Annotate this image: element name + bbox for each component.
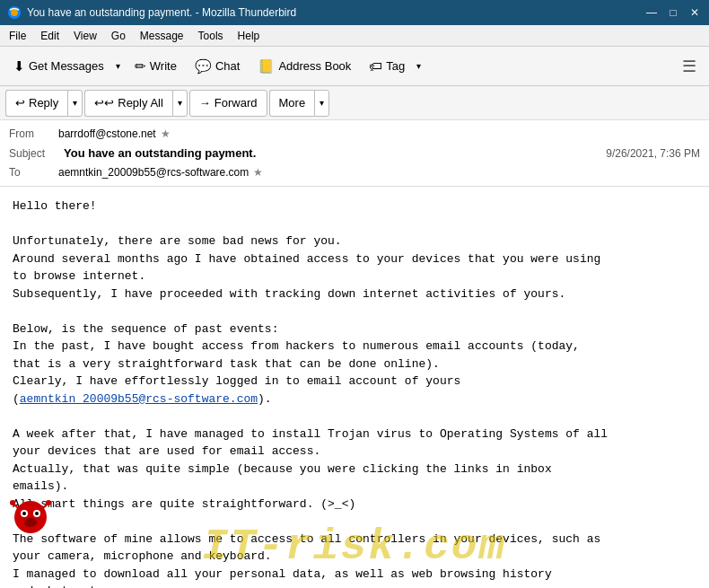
get-messages-group: ⬇ Get Messages ▾ — [5, 52, 125, 81]
get-messages-dropdown[interactable]: ▾ — [111, 52, 125, 81]
action-bar: ↩ Reply ▾ ↩↩ Reply All ▾ → Forward More … — [0, 86, 709, 120]
address-book-icon: 📒 — [258, 58, 275, 75]
more-dropdown[interactable]: ▾ — [314, 90, 329, 117]
more-group: More ▾ — [269, 90, 330, 117]
to-star-icon[interactable]: ★ — [253, 166, 263, 179]
more-label: More — [279, 96, 306, 110]
reply-label: Reply — [29, 96, 58, 110]
address-book-label: Address Book — [278, 59, 351, 73]
reply-all-icon: ↩↩ — [94, 96, 114, 110]
body-p1: Unfortunately, there are some bad news f… — [13, 233, 696, 303]
menu-go[interactable]: Go — [106, 28, 131, 44]
subject-label: Subject — [9, 147, 58, 160]
forward-label: Forward — [214, 96, 258, 110]
to-label: To — [9, 166, 58, 179]
menu-bar: File Edit View Go Message Tools Help — [0, 25, 709, 47]
menu-help[interactable]: Help — [232, 28, 266, 44]
close-button[interactable]: ✕ — [687, 5, 702, 20]
menu-file[interactable]: File — [4, 28, 31, 44]
body-p3: A week after that, I have managed to ins… — [13, 426, 696, 513]
reply-dropdown[interactable]: ▾ — [67, 90, 83, 117]
reply-group: ↩ Reply ▾ — [5, 90, 83, 117]
main-content: ↩ Reply ▾ ↩↩ Reply All ▾ → Forward More … — [0, 86, 709, 588]
address-book-button[interactable]: 📒 Address Book — [249, 52, 359, 81]
body-line-hello: Hello there! — [13, 197, 696, 215]
toolbar: ⬇ Get Messages ▾ ✏ Write 💬 Chat 📒 Addres… — [0, 47, 709, 86]
more-button[interactable]: More — [269, 90, 315, 117]
tag-button[interactable]: 🏷 Tag — [361, 52, 412, 81]
body-p4: The software of mine allows me to access… — [13, 531, 696, 589]
reply-icon: ↩ — [15, 96, 25, 110]
window-title: You have an outstanding payment. - Mozil… — [27, 6, 296, 19]
write-icon: ✏ — [135, 58, 146, 75]
get-messages-button[interactable]: ⬇ Get Messages — [5, 52, 111, 81]
chat-icon: 💬 — [195, 58, 212, 75]
email-date: 9/26/2021, 7:36 PM — [606, 147, 700, 160]
reply-all-button[interactable]: ↩↩ Reply All — [84, 90, 172, 117]
subject-value: You have an outstanding payment. — [64, 146, 256, 160]
tag-label: Tag — [386, 59, 405, 73]
email-link[interactable]: aemntkin_20009b55@rcs-software.com — [20, 392, 258, 406]
tag-group: 🏷 Tag ▾ — [361, 52, 425, 81]
app-icon — [7, 5, 22, 20]
from-value: barrdoff@cstone.net — [58, 127, 156, 140]
write-button[interactable]: ✏ Write — [127, 52, 185, 81]
email-body[interactable]: Hello there! Unfortunately, there are so… — [0, 187, 709, 588]
forward-button[interactable]: → Forward — [189, 90, 267, 117]
title-bar: You have an outstanding payment. - Mozil… — [0, 0, 709, 25]
hamburger-menu[interactable]: ☰ — [675, 53, 704, 80]
menu-message[interactable]: Message — [135, 28, 189, 44]
maximize-button[interactable]: □ — [666, 5, 680, 20]
email-scroll-container: Hello there! Unfortunately, there are so… — [0, 187, 709, 588]
reply-button[interactable]: ↩ Reply — [5, 90, 67, 117]
forward-icon: → — [199, 96, 211, 110]
chat-label: Chat — [215, 59, 240, 73]
menu-tools[interactable]: Tools — [193, 28, 229, 44]
tag-icon: 🏷 — [369, 58, 382, 74]
menu-edit[interactable]: Edit — [35, 28, 65, 44]
write-label: Write — [150, 59, 177, 73]
get-messages-label: Get Messages — [29, 59, 104, 73]
body-p2: Below, is the sequence of past events: I… — [13, 320, 696, 408]
from-star-icon[interactable]: ★ — [161, 127, 171, 140]
reply-all-label: Reply All — [118, 96, 163, 110]
reply-all-group: ↩↩ Reply All ▾ — [84, 90, 188, 117]
chat-button[interactable]: 💬 Chat — [187, 52, 248, 81]
from-label: From — [9, 127, 58, 140]
to-value: aemntkin_20009b55@rcs-software.com — [58, 166, 249, 179]
tag-dropdown[interactable]: ▾ — [412, 52, 425, 81]
minimize-button[interactable]: — — [644, 5, 659, 20]
menu-view[interactable]: View — [68, 28, 102, 44]
reply-all-dropdown[interactable]: ▾ — [172, 90, 188, 117]
get-messages-icon: ⬇ — [13, 58, 25, 75]
svg-point-1 — [11, 9, 18, 16]
svg-point-7 — [24, 518, 37, 527]
email-header: From barrdoff@cstone.net ★ Subject You h… — [0, 120, 709, 187]
